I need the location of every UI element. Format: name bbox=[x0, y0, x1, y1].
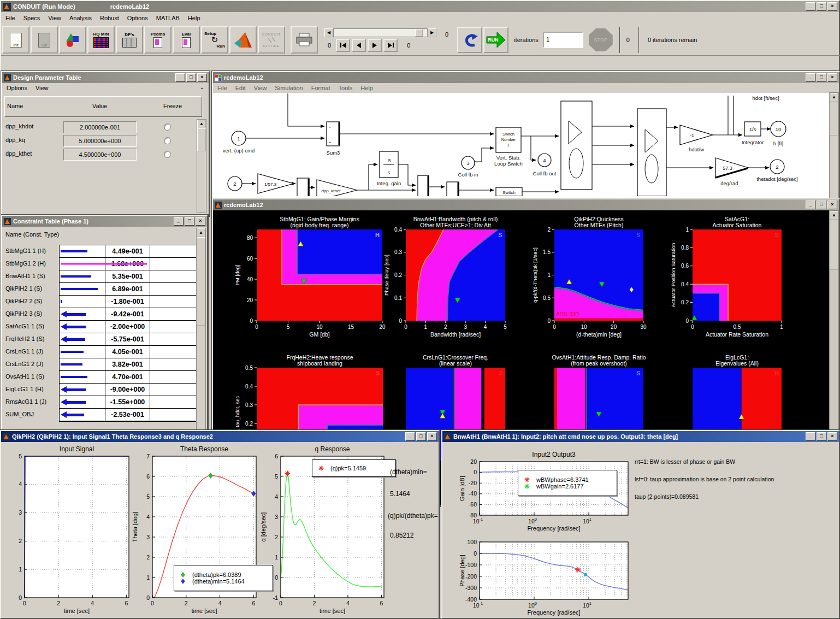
next-case-button[interactable] bbox=[368, 39, 382, 52]
chevron-down-icon[interactable]: ⌄ bbox=[200, 84, 204, 90]
menu-item-tools[interactable]: Tools bbox=[339, 85, 353, 91]
constraint-row-11[interactable]: -9.00e+000 bbox=[60, 384, 196, 396]
slider-left-arrow-icon[interactable]: ◀ bbox=[324, 28, 333, 37]
minimize-button[interactable]: _ bbox=[806, 201, 815, 209]
menu-item-edit[interactable]: Edit bbox=[235, 85, 246, 91]
maximize-button[interactable]: □ bbox=[817, 432, 826, 441]
reload-button[interactable] bbox=[457, 27, 482, 53]
close-button[interactable]: × bbox=[827, 201, 837, 209]
pcomb-button[interactable]: Pcomb bbox=[144, 26, 171, 54]
constraint-row-8[interactable]: 4.05e-001 bbox=[60, 346, 196, 358]
menu-item-analysis[interactable]: Analysis bbox=[69, 15, 92, 21]
eval-button[interactable]: Eval bbox=[173, 26, 200, 54]
titlebar-bnwath1[interactable]: BnwAtH1 (BnwAtH1 1): Input2: pitch att c… bbox=[442, 431, 839, 442]
menu-item-file[interactable]: File bbox=[217, 85, 227, 91]
slider-thumb[interactable] bbox=[415, 29, 423, 37]
titlebar-conduit[interactable]: CONDUIT (Run Mode) rcdemoLab12 _ □ × bbox=[1, 1, 839, 12]
spec-plot-StbMgG1[interactable]: HStbMgG1: Gain/Phase Margins(rigid-body … bbox=[234, 216, 386, 338]
maximize-button[interactable]: □ bbox=[817, 201, 826, 209]
titlebar-constraint-table[interactable]: Constraint Table (Phase 1) _ □ × bbox=[2, 216, 207, 227]
print-button[interactable] bbox=[291, 26, 318, 54]
minimize-button[interactable]: _ bbox=[175, 73, 185, 82]
constraint-row-3[interactable]: 6.89e-001 bbox=[60, 283, 196, 296]
constraint-row-9[interactable]: 3.82e-001 bbox=[60, 358, 196, 371]
setup-run-button[interactable]: Setup ↻ Run bbox=[201, 26, 228, 54]
constraint-row-2[interactable]: 5.35e-001 bbox=[60, 270, 196, 283]
constraint-row-10[interactable]: 4.70e-001 bbox=[60, 371, 196, 384]
simulink-diagram[interactable]: 1 vert. (up) cmd -+ Sum3 3 Coll fb in Sw… bbox=[214, 93, 820, 196]
minimize-button[interactable]: _ bbox=[806, 73, 815, 82]
menu-item-view[interactable]: View bbox=[36, 85, 49, 91]
titlebar-simulink[interactable]: rcdemoLab12 _ □ × bbox=[213, 72, 839, 83]
menu-item-options[interactable]: Options bbox=[127, 15, 148, 21]
close-button[interactable]: × bbox=[196, 217, 205, 226]
scroll-up-icon[interactable]: ▲ bbox=[830, 211, 838, 220]
iterations-input[interactable] bbox=[543, 32, 583, 48]
constraint-row-4[interactable]: -1.80e-001 bbox=[60, 296, 196, 308]
menu-item-specs[interactable]: Specs bbox=[23, 15, 40, 21]
param-value-dpp_kthet[interactable]: 4.500000e+000 bbox=[63, 149, 137, 161]
maximize-button[interactable]: □ bbox=[817, 2, 826, 11]
maximize-button[interactable]: □ bbox=[185, 217, 194, 226]
stop-button[interactable]: STOP bbox=[589, 28, 613, 51]
run-button[interactable]: RUN bbox=[483, 27, 508, 53]
param-value-dpp_kq[interactable]: 5.000000e+000 bbox=[63, 135, 137, 147]
last-case-button[interactable] bbox=[383, 39, 398, 52]
spec-plot-QikPiH2[interactable]: ADS-33DSQikPiH2:QuicknessOther MTEs (Pit… bbox=[532, 216, 647, 338]
menu-item-help[interactable]: Help bbox=[360, 85, 373, 91]
first-case-button[interactable] bbox=[336, 39, 350, 52]
maximize-button[interactable]: □ bbox=[416, 432, 426, 441]
conduit-riptide-button[interactable]: CONDUIT ∖∖ RIPTIDE bbox=[258, 26, 285, 54]
param-value-dpp_khdot[interactable]: 2.000000e-001 bbox=[63, 121, 137, 133]
menu-item-help[interactable]: Help bbox=[188, 15, 200, 21]
close-button[interactable]: × bbox=[827, 73, 837, 82]
menu-item-format[interactable]: Format bbox=[311, 85, 330, 91]
titlebar-qikpih2[interactable]: QikPiH2 (QikPiH2 1): Input Signal1 Theta… bbox=[1, 431, 439, 442]
plot-button[interactable] bbox=[59, 26, 86, 54]
maximize-button[interactable]: □ bbox=[817, 73, 826, 82]
matlab-button[interactable] bbox=[229, 26, 257, 54]
scroll-up-icon[interactable]: ▲ bbox=[197, 228, 205, 237]
freeze-radio-dpp_kq[interactable] bbox=[164, 137, 171, 144]
constraint-row-13[interactable]: -2.53e-001 bbox=[60, 409, 196, 421]
constraint-row-1[interactable]: 1.68e+000 bbox=[60, 258, 196, 270]
minimize-button[interactable]: _ bbox=[806, 432, 815, 441]
freeze-radio-dpp_kthet[interactable] bbox=[164, 151, 171, 158]
menu-item-robust[interactable]: Robust bbox=[100, 15, 119, 21]
titlebar-spec-plots[interactable]: rcdemoLab12 _ □ × bbox=[213, 199, 839, 210]
simulink-scrollbar[interactable]: ▲ bbox=[829, 92, 839, 198]
case-slider[interactable]: ◀ ▶ bbox=[324, 28, 436, 37]
titlebar-design-table[interactable]: Design Parameter Table _ □ × bbox=[2, 72, 209, 83]
menu-item-view[interactable]: View bbox=[48, 15, 61, 21]
dps-button[interactable]: DP's bbox=[116, 26, 143, 54]
maximize-button[interactable]: □ bbox=[186, 73, 196, 82]
constraint-row-7[interactable]: -5.75e-001 bbox=[60, 333, 196, 346]
scroll-up-icon[interactable]: ▲ bbox=[197, 120, 206, 128]
freeze-radio-dpp_khdot[interactable] bbox=[164, 123, 171, 131]
spec-plot-BnwAtH1[interactable]: SBnwAtH1:Bandwidth (pitch & roll)Other M… bbox=[383, 216, 507, 338]
init-button[interactable]: Init bbox=[2, 26, 29, 54]
scroll-up-icon[interactable]: ▲ bbox=[830, 93, 838, 102]
design-scrollbar[interactable]: ▲ bbox=[197, 119, 206, 213]
sqt-button[interactable]: Sqt bbox=[31, 26, 58, 54]
menu-item-options[interactable]: Options bbox=[7, 85, 27, 91]
spec-plot-SatAcG1[interactable]: SSatAcG1:Actuator Saturation00.5100.20.4… bbox=[670, 216, 783, 338]
close-button[interactable]: × bbox=[827, 2, 837, 11]
constraint-row-5[interactable]: -9.42e-001 bbox=[60, 308, 196, 321]
prev-case-button[interactable] bbox=[352, 39, 366, 52]
constraint-row-6[interactable]: -2.00e+000 bbox=[60, 321, 196, 333]
menu-item-view[interactable]: View bbox=[254, 85, 267, 91]
hqmin-button[interactable]: HQ MIN bbox=[87, 26, 115, 54]
close-button[interactable]: × bbox=[827, 432, 837, 441]
menu-item-file[interactable]: File bbox=[5, 15, 15, 21]
constraint-row-0[interactable]: 4.49e-001 bbox=[60, 245, 196, 258]
minimize-button[interactable]: _ bbox=[806, 2, 815, 11]
slider-right-arrow-icon[interactable]: ▶ bbox=[428, 28, 436, 37]
close-button[interactable]: × bbox=[197, 73, 207, 82]
close-button[interactable]: × bbox=[427, 432, 437, 441]
constraint-scrollbar[interactable]: ▲ bbox=[196, 228, 206, 430]
slider-track[interactable] bbox=[333, 28, 428, 37]
menu-item-simulation[interactable]: Simulation bbox=[275, 85, 303, 91]
minimize-button[interactable]: _ bbox=[174, 217, 184, 226]
minimize-button[interactable]: _ bbox=[405, 432, 415, 441]
